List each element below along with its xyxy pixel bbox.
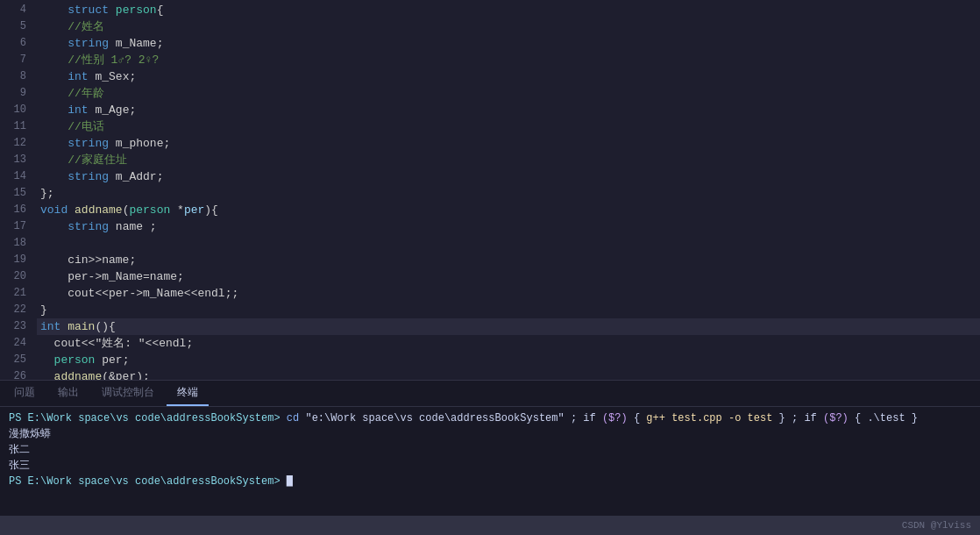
line-number: 17 <box>7 218 26 235</box>
code-line: person per; <box>37 352 980 368</box>
line-number: 10 <box>7 102 26 118</box>
line-number: 6 <box>7 35 26 52</box>
tab-输出[interactable]: 输出 <box>47 382 89 406</box>
line-number: 26 <box>7 368 26 380</box>
line-number: 22 <box>7 302 26 318</box>
terminal-line: 张二 <box>9 442 971 458</box>
terminal-line: PS E:\Work space\vs code\addressBookSyst… <box>9 410 971 426</box>
line-number: 24 <box>7 335 26 352</box>
code-container: 4567891011121314151617181920212223242526… <box>0 0 980 380</box>
status-bar: CSDN @Ylviss <box>0 516 980 535</box>
terminal-line: PS E:\Work space\vs code\addressBookSyst… <box>9 474 971 489</box>
code-line: string m_Name; <box>37 35 980 52</box>
line-number: 8 <box>7 68 26 85</box>
code-line: string m_Addr; <box>37 168 980 185</box>
line-number: 25 <box>7 352 26 368</box>
code-line: int main(){ <box>37 318 980 335</box>
line-number: 23 <box>7 318 26 335</box>
tab-终端[interactable]: 终端 <box>167 382 209 406</box>
code-line: //家庭住址 <box>37 152 980 168</box>
line-number: 4 <box>7 2 26 18</box>
line-number: 12 <box>7 135 26 152</box>
bottom-panel: 问题输出调试控制台终端 PS E:\Work space\vs code\add… <box>0 380 980 516</box>
line-number: 16 <box>7 202 26 218</box>
line-number: 19 <box>7 252 26 268</box>
code-line: int m_Sex; <box>37 68 980 85</box>
code-line: cout<<per->m_Name<<endl;; <box>37 285 980 302</box>
line-numbers: 4567891011121314151617181920212223242526… <box>0 0 37 380</box>
line-number: 15 <box>7 185 26 202</box>
code-line: addname(&per); <box>37 368 980 380</box>
code-line <box>37 235 980 252</box>
code-line: string m_phone; <box>37 135 980 152</box>
code-line: void addname(person *per){ <box>37 202 980 218</box>
terminal-content[interactable]: PS E:\Work space\vs code\addressBookSyst… <box>0 407 980 516</box>
line-number: 13 <box>7 152 26 168</box>
line-number: 11 <box>7 118 26 135</box>
terminal-line: 张三 <box>9 458 971 474</box>
line-number: 21 <box>7 285 26 302</box>
line-number: 9 <box>7 85 26 102</box>
code-line: //电话 <box>37 118 980 135</box>
code-line: per->m_Name=name; <box>37 268 980 285</box>
code-line: string name ; <box>37 218 980 235</box>
code-lines[interactable]: struct person{ //姓名 string m_Name; //性别 … <box>37 0 980 380</box>
line-number: 20 <box>7 268 26 285</box>
tab-调试控制台[interactable]: 调试控制台 <box>91 382 165 406</box>
status-right: CSDN @Ylviss <box>902 520 971 531</box>
line-number: 7 <box>7 52 26 68</box>
code-line: cin>>name; <box>37 252 980 268</box>
line-number: 14 <box>7 168 26 185</box>
code-line: }; <box>37 185 980 202</box>
terminal-line: 漫撒烁蟒 <box>9 426 971 442</box>
tabs-bar: 问题输出调试控制台终端 <box>0 381 980 407</box>
line-number: 18 <box>7 235 26 252</box>
code-line: //年龄 <box>37 85 980 102</box>
line-number: 5 <box>7 18 26 35</box>
tab-问题[interactable]: 问题 <box>4 382 46 406</box>
code-line: //姓名 <box>37 18 980 35</box>
code-line: //性别 1♂? 2♀? <box>37 52 980 68</box>
editor-area: 4567891011121314151617181920212223242526… <box>0 0 980 380</box>
code-line: cout<<"姓名: "<<endl; <box>37 335 980 352</box>
code-line: } <box>37 302 980 318</box>
code-line: struct person{ <box>37 2 980 18</box>
code-line: int m_Age; <box>37 102 980 118</box>
